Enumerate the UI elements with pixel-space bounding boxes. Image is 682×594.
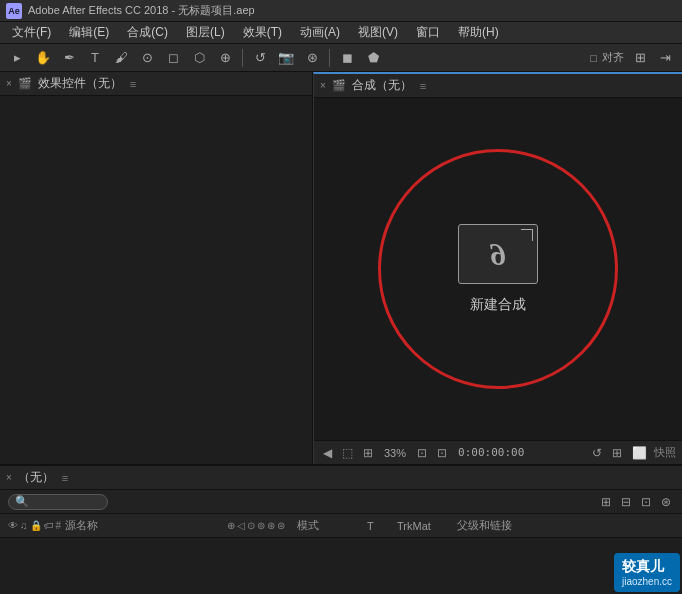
search-box[interactable]: 🔍: [8, 494, 108, 510]
align-section: □ 对齐 ⊞ ⇥: [590, 47, 676, 69]
orbit-tool[interactable]: ⊛: [301, 47, 323, 69]
pen-tool[interactable]: ✒: [58, 47, 80, 69]
align-checkbox: □: [590, 52, 597, 64]
rotate-tool[interactable]: ↺: [249, 47, 271, 69]
timeline-controls: 🔍 ⊞ ⊟ ⊡ ⊛: [0, 490, 682, 514]
comp-tab-bar: × 🎬 合成（无） ≡: [314, 74, 682, 98]
comp-panel-menu-icon[interactable]: ≡: [420, 80, 426, 92]
comp-panel-icon: 🎬: [332, 79, 346, 92]
toolbar-separator-2: [329, 49, 330, 67]
comp-ctrl-full[interactable]: ⬜: [629, 446, 650, 460]
timeline-close[interactable]: ×: [6, 472, 12, 483]
camera-tool[interactable]: 📷: [275, 47, 297, 69]
menu-edit[interactable]: 编辑(E): [61, 22, 117, 43]
timeline-body: 较真儿 jiaozhen.cc: [0, 538, 682, 594]
menu-effects[interactable]: 效果(T): [235, 22, 290, 43]
title-bar-text: Adobe After Effects CC 2018 - 无标题项目.aep: [28, 3, 255, 18]
comp-ctrl-snapshot[interactable]: ↺: [589, 446, 605, 460]
comp-ctrl-btn1[interactable]: ◀: [320, 446, 335, 460]
timeline-ctrl1[interactable]: ⊞: [598, 495, 614, 509]
toolbar-separator-1: [242, 49, 243, 67]
align-label: 对齐: [602, 50, 624, 65]
th-lock-icon: 🔒: [30, 520, 42, 531]
th-fx-icon4: ⊚: [257, 520, 265, 531]
left-panel-icon: 🎬: [18, 77, 32, 90]
comp-panel-close[interactable]: ×: [320, 80, 326, 91]
menu-composition[interactable]: 合成(C): [119, 22, 176, 43]
align-btn-2[interactable]: ⇥: [654, 47, 676, 69]
align-btn-1[interactable]: ⊞: [629, 47, 651, 69]
brush-tool[interactable]: 🖌: [110, 47, 132, 69]
timeline-menu-icon[interactable]: ≡: [62, 472, 68, 484]
new-comp-corner-decoration: [521, 229, 533, 241]
th-fx-icon6: ⊜: [277, 520, 285, 531]
ae-logo: Ae: [6, 3, 22, 19]
mask-tool[interactable]: ◼: [336, 47, 358, 69]
stamp-tool[interactable]: ⊙: [136, 47, 158, 69]
watermark-line2: jiaozhen.cc: [622, 575, 672, 588]
timeline-header-icons: 👁 ♫ 🔒 🏷 #: [8, 520, 61, 531]
comp-ctrl-region[interactable]: ⊞: [609, 446, 625, 460]
left-panel-close[interactable]: ×: [6, 78, 12, 89]
th-fx-icon1: ⊕: [227, 520, 235, 531]
timeline-header: 👁 ♫ 🔒 🏷 # 源名称 ⊕ ◁ ⊙ ⊚ ⊛ ⊜ 模式 T TrkMat 父级…: [0, 514, 682, 538]
th-fx-icon2: ◁: [237, 520, 245, 531]
comp-timecode[interactable]: 0:00:00:00: [454, 446, 528, 459]
selection-tool[interactable]: ▸: [6, 47, 28, 69]
text-tool[interactable]: T: [84, 47, 106, 69]
menu-window[interactable]: 窗口: [408, 22, 448, 43]
timeline-ctrl3[interactable]: ⊡: [638, 495, 654, 509]
puppet-tool[interactable]: ⊕: [214, 47, 236, 69]
comp-viewer: 6 新建合成: [314, 98, 682, 440]
menu-help[interactable]: 帮助(H): [450, 22, 507, 43]
th-eye-icon: 👁: [8, 520, 18, 531]
main-layout: × 🎬 效果控件（无） ≡ × 🎬 合成（无） ≡ 6 新建合成: [0, 72, 682, 464]
eraser-tool[interactable]: ◻: [162, 47, 184, 69]
menu-animation[interactable]: 动画(A): [292, 22, 348, 43]
col-trkmat: TrkMat: [397, 520, 457, 532]
th-tag-icon: 🏷: [44, 520, 54, 531]
timeline-section: × （无） ≡ 🔍 ⊞ ⊟ ⊡ ⊛ 👁 ♫ 🔒 🏷 # 源名称 ⊕ ◁ ⊙ ⊚ …: [0, 464, 682, 594]
col-t: T: [367, 520, 397, 532]
shape-tool[interactable]: ⬟: [362, 47, 384, 69]
col-source-name: 源名称: [65, 518, 225, 533]
left-panel: × 🎬 效果控件（无） ≡: [0, 72, 313, 464]
timeline-fx-icons: ⊕ ◁ ⊙ ⊚ ⊛ ⊜: [227, 520, 285, 531]
timeline-ctrl4[interactable]: ⊛: [658, 495, 674, 509]
comp-ctrl-btn5[interactable]: ⊡: [434, 446, 450, 460]
menu-file[interactable]: 文件(F): [4, 22, 59, 43]
th-audio-icon: ♫: [20, 520, 28, 531]
comp-center-area: 6 新建合成: [458, 224, 538, 314]
hand-tool[interactable]: ✋: [32, 47, 54, 69]
col-mode: 模式: [297, 518, 367, 533]
comp-ctrl-btn2[interactable]: ⬚: [339, 446, 356, 460]
left-panel-tab-bar: × 🎬 效果控件（无） ≡: [0, 72, 312, 96]
left-panel-tab-label: 效果控件（无）: [38, 75, 122, 92]
roto-tool[interactable]: ⬡: [188, 47, 210, 69]
th-fx-icon3: ⊙: [247, 520, 255, 531]
comp-viewer-panel: × 🎬 合成（无） ≡ 6 新建合成 ◀ ⬚ ⊞ 33% ⊡ ⊡: [313, 72, 682, 464]
comp-ctrl-label: 快照: [654, 445, 676, 460]
comp-controls-bar: ◀ ⬚ ⊞ 33% ⊡ ⊡ 0:00:00:00 ↺ ⊞ ⬜ 快照: [314, 440, 682, 464]
comp-panel-tab-label: 合成（无）: [352, 77, 412, 94]
comp-ctrl-btn4[interactable]: ⊡: [414, 446, 430, 460]
col-parent: 父级和链接: [457, 518, 547, 533]
title-bar: Ae Adobe After Effects CC 2018 - 无标题项目.a…: [0, 0, 682, 22]
toolbar: ▸ ✋ ✒ T 🖌 ⊙ ◻ ⬡ ⊕ ↺ 📷 ⊛ ◼ ⬟ □ 对齐 ⊞ ⇥: [0, 44, 682, 72]
comp-zoom-level[interactable]: 33%: [380, 447, 410, 459]
menu-layer[interactable]: 图层(L): [178, 22, 233, 43]
menu-bar: 文件(F) 编辑(E) 合成(C) 图层(L) 效果(T) 动画(A) 视图(V…: [0, 22, 682, 44]
new-comp-icon-box[interactable]: 6: [458, 224, 538, 284]
left-panel-menu-icon[interactable]: ≡: [130, 78, 136, 90]
th-hash-icon: #: [56, 520, 62, 531]
th-fx-icon5: ⊛: [267, 520, 275, 531]
new-comp-icon: 6: [490, 236, 506, 273]
comp-ctrl-btn3[interactable]: ⊞: [360, 446, 376, 460]
left-panel-content: [0, 96, 312, 464]
watermark: 较真儿 jiaozhen.cc: [614, 553, 680, 592]
timeline-tab-bar: × （无） ≡: [0, 466, 682, 490]
search-icon: 🔍: [15, 495, 29, 508]
new-comp-label[interactable]: 新建合成: [470, 296, 526, 314]
menu-view[interactable]: 视图(V): [350, 22, 406, 43]
timeline-ctrl2[interactable]: ⊟: [618, 495, 634, 509]
